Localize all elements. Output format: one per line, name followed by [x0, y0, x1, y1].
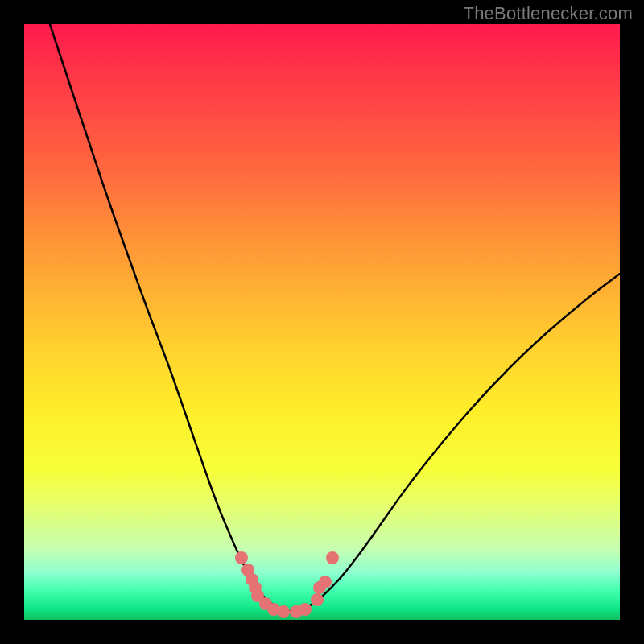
- data-point-marker: [326, 551, 339, 564]
- curve-right-branch: [298, 274, 620, 612]
- watermark-text: TheBottlenecker.com: [464, 3, 633, 24]
- curve-svg: [24, 24, 620, 620]
- marker-group: [235, 551, 339, 618]
- data-point-marker: [235, 551, 248, 564]
- data-point-marker: [319, 576, 332, 588]
- data-point-marker: [311, 593, 324, 606]
- plot-area: [24, 24, 620, 620]
- data-point-marker: [277, 605, 290, 618]
- chart-frame: TheBottlenecker.com: [0, 0, 644, 644]
- curve-left-branch: [50, 24, 298, 612]
- data-point-marker: [299, 603, 312, 616]
